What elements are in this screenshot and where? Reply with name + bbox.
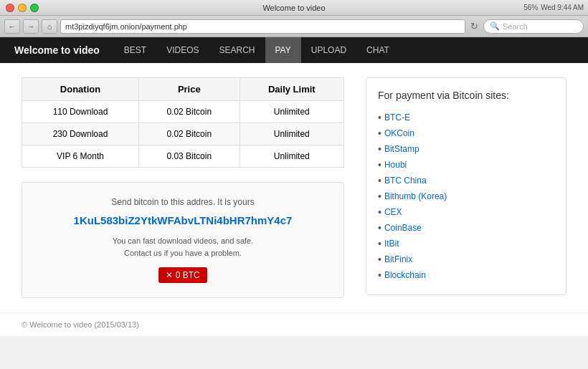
nav-search[interactable]: SEARCH [209,37,265,63]
list-item[interactable]: •CoinBase [378,220,554,236]
price-1: 0.02 Bitcoin [139,101,240,123]
nav-videos[interactable]: VIDEOS [156,37,209,63]
back-button[interactable]: ← [4,19,20,34]
title-bar: Welcome to video 56% Wed 9:44 AM [0,0,588,16]
price-2: 0.02 Bitcoin [139,123,240,145]
table-row: 230 Download 0.02 Bitcoin Unlimited [22,123,344,145]
list-item[interactable]: •BTC China [378,173,554,188]
limit-2: Unlimited [240,123,343,145]
site-bitfinix[interactable]: BitFinix [384,254,412,264]
bullet-icon: • [378,191,381,202]
table-row: 110 Download 0.02 Bitcoin Unlimited [22,101,344,123]
minimize-button[interactable] [18,4,27,12]
bullet-icon: • [378,238,381,249]
forward-button[interactable]: → [23,19,39,34]
payment-box: Send bitcoin to this addres. It is yours… [22,182,344,298]
btc-amount-badge: ✕ 0 BTC [158,267,207,283]
bullet-icon: • [378,222,381,234]
donation-table: Donation Price Daily Limit 110 Download … [22,77,344,168]
list-item[interactable]: •BitStamp [378,141,554,157]
right-section: For payment via Bitcoin sites: •BTC-E •O… [366,77,566,295]
site-itbit[interactable]: ItBit [384,239,399,249]
donation-3: VIP 6 Month [22,145,139,168]
info-line-2: Contact us if you have a problem. [37,247,329,259]
donation-1: 110 Download [22,101,139,123]
search-icon: 🔍 [490,21,500,31]
browser-toolbar: ← → ⌂ mt3pizdiyqf6jm.onion/payment.php ↻… [0,16,588,37]
table-row: VIP 6 Month 0.03 Bitcoin Unlimited [22,145,344,168]
donation-2: 230 Download [22,123,139,145]
col-donation: Donation [22,78,139,101]
site-houbi[interactable]: Houbi [384,160,407,170]
page-footer: © Welcome to video (2015/03/13) [0,312,588,336]
bullet-icon: • [378,206,381,218]
site-okcoin[interactable]: OKCoin [384,128,414,138]
site-btce[interactable]: BTC-E [384,112,410,123]
list-item[interactable]: •CEX [378,204,554,220]
close-button[interactable] [6,4,14,12]
maximize-button[interactable] [30,4,39,12]
reload-button[interactable]: ↻ [468,21,480,32]
main-content: Donation Price Daily Limit 110 Download … [0,63,588,312]
bullet-icon: • [378,112,381,123]
list-item[interactable]: •BTC-E [378,110,554,125]
nav-best[interactable]: BEST [114,37,156,63]
list-item[interactable]: •Blockchain [378,267,554,283]
list-item[interactable]: •Houbi [378,157,554,173]
site-cex[interactable]: CEX [384,207,402,217]
bullet-icon: • [378,128,381,139]
list-item[interactable]: •Bithumb (Korea) [378,188,554,204]
limit-3: Unlimited [240,145,343,168]
list-item[interactable]: •BitFinix [378,251,554,267]
site-coinbase[interactable]: CoinBase [384,223,422,233]
bitcoin-address[interactable]: 1KuL583biZ2YtkWFAbvLTNi4bHR7hmY4c7 [37,214,329,226]
window-title: Welcome to video [262,4,325,12]
send-instructions: Send bitcoin to this addres. It is yours [37,197,329,207]
site-blockchain[interactable]: Blockchain [384,270,426,280]
btc-amount-text: ✕ 0 BTC [166,270,199,280]
clock: Wed 9:44 AM [541,4,584,11]
nav-chat[interactable]: CHAT [356,37,399,63]
payment-info: You can fast download videos, and safe. … [37,235,329,259]
limit-1: Unlimited [240,101,343,123]
search-bar[interactable]: 🔍 Search [483,19,584,34]
address-bar[interactable]: mt3pizdiyqf6jm.onion/payment.php [60,19,465,34]
left-section: Donation Price Daily Limit 110 Download … [22,77,344,298]
list-item[interactable]: •ItBit [378,236,554,251]
search-placeholder: Search [503,22,528,31]
nav-upload[interactable]: UPLOAD [301,37,356,63]
site-bitstamp[interactable]: BitStamp [384,144,419,154]
bullet-icon: • [378,175,381,186]
battery-icon: 56% [523,4,538,11]
home-button[interactable]: ⌂ [42,19,57,34]
footer-text: © Welcome to video (2015/03/13) [22,320,139,329]
bullet-icon: • [378,143,381,155]
site-bithumb[interactable]: Bithumb (Korea) [384,191,447,201]
col-limit: Daily Limit [240,78,343,101]
col-price: Price [139,78,240,101]
bullet-icon: • [378,254,381,265]
site-logo[interactable]: Welcome to video [14,44,100,56]
info-line-1: You can fast download videos, and safe. [37,235,329,247]
site-btcchina[interactable]: BTC China [384,176,427,186]
window-controls[interactable] [6,4,39,12]
bullet-icon: • [378,269,381,281]
bitcoin-sites-heading: For payment via Bitcoin sites: [378,90,554,101]
system-tray: 56% Wed 9:44 AM [523,4,584,11]
nav-pay[interactable]: PAY [265,37,301,63]
site-navigation: Welcome to video BEST VIDEOS SEARCH PAY … [0,37,588,63]
price-3: 0.03 Bitcoin [139,145,240,168]
bitcoin-site-list: •BTC-E •OKCoin •BitStamp •Houbi •BTC Chi… [378,110,554,283]
bullet-icon: • [378,159,381,171]
list-item[interactable]: •OKCoin [378,125,554,141]
url-text: mt3pizdiyqf6jm.onion/payment.php [65,22,187,31]
